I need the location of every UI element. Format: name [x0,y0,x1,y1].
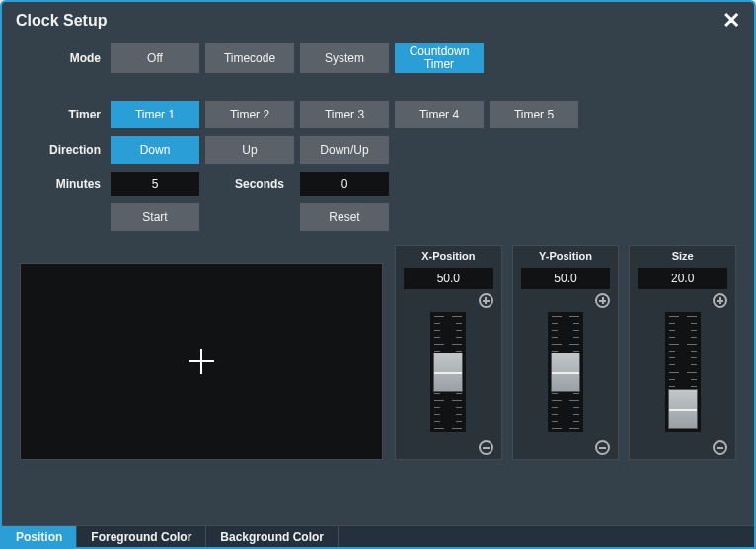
content-area: Mode Off Timecode System CountdownTimer … [2,38,754,231]
y-slider-track[interactable] [517,312,615,432]
x-slider-knob[interactable] [433,353,463,392]
x-slider-label: X-Position [421,250,475,264]
clock-setup-window: Clock Setup ✕ Mode Off Timecode System C… [0,0,756,549]
size-slider-knob[interactable] [668,389,698,429]
mode-system-button[interactable]: System [300,43,389,73]
tab-position[interactable]: Position [2,526,77,547]
bottom-tabs: Position Foreground Color Background Col… [2,525,754,547]
mode-off-button[interactable]: Off [111,43,199,73]
minutes-input[interactable]: 5 [111,172,199,196]
y-position-slider: Y-Position 50.0 [512,245,620,460]
y-plus-icon[interactable] [595,293,610,308]
size-slider: Size 20.0 [629,245,736,460]
mode-row: Mode Off Timecode System CountdownTimer [20,43,736,73]
mode-timecode-button[interactable]: Timecode [205,43,294,73]
direction-down-button[interactable]: Down [111,136,199,164]
seconds-label: Seconds [205,177,294,191]
y-minus-icon[interactable] [595,440,610,455]
timer-1-button[interactable]: Timer 1 [111,101,199,128]
mode-countdown-label: CountdownTimer [410,45,470,71]
timer-5-button[interactable]: Timer 5 [490,101,578,128]
y-slider-knob[interactable] [551,353,580,392]
start-button[interactable]: Start [111,203,199,231]
direction-up-button[interactable]: Up [205,136,294,164]
close-icon[interactable]: ✕ [722,10,740,32]
direction-row: Direction Down Up Down/Up [20,136,736,164]
timer-label: Timer [20,108,111,121]
size-slider-label: Size [672,250,694,264]
seconds-input[interactable]: 0 [300,172,389,196]
timer-2-button[interactable]: Timer 2 [205,101,294,128]
x-slider-value[interactable]: 50.0 [404,268,493,289]
reset-button[interactable]: Reset [300,203,389,231]
timer-row: Timer Timer 1 Timer 2 Timer 3 Timer 4 Ti… [20,101,736,128]
x-slider-track[interactable] [400,312,497,432]
mode-label: Mode [20,51,111,65]
timer-4-button[interactable]: Timer 4 [395,101,484,128]
y-slider-value[interactable]: 50.0 [521,268,611,289]
x-position-slider: X-Position 50.0 [395,245,502,460]
position-preview[interactable] [20,263,383,460]
direction-label: Direction [20,143,111,157]
x-minus-icon[interactable] [479,440,493,455]
timer-3-button[interactable]: Timer 3 [300,101,389,128]
mode-countdown-button[interactable]: CountdownTimer [395,43,484,73]
size-slider-value[interactable]: 20.0 [638,268,727,289]
y-slider-label: Y-Position [539,250,592,264]
lower-area: X-Position 50.0 Y-Position 50.0 [2,239,754,460]
minutes-label: Minutes [20,177,111,191]
size-plus-icon[interactable] [713,293,727,308]
direction-downup-button[interactable]: Down/Up [300,136,389,164]
size-slider-track[interactable] [634,312,731,432]
size-minus-icon[interactable] [713,440,727,455]
slider-group: X-Position 50.0 Y-Position 50.0 [395,245,736,460]
time-row: Minutes 5 Seconds 0 [20,172,736,196]
window-title: Clock Setup [16,12,107,30]
tab-foreground-color[interactable]: Foreground Color [77,526,206,547]
titlebar: Clock Setup ✕ [2,2,754,38]
action-row: Start Reset [20,203,736,231]
x-plus-icon[interactable] [479,293,493,308]
tab-background-color[interactable]: Background Color [206,526,339,547]
preview-wrap [20,245,383,460]
